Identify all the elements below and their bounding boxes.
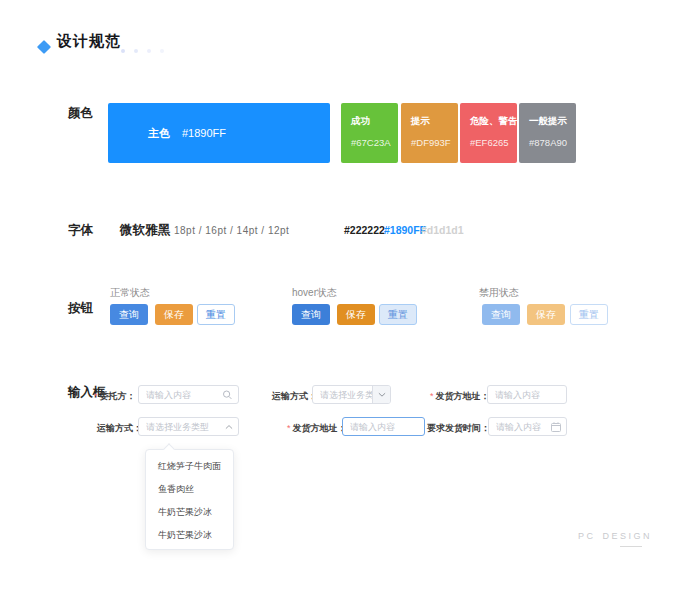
chevron-up-icon[interactable] <box>225 424 233 430</box>
dropdown-option[interactable]: 鱼香肉丝 <box>146 478 233 501</box>
dropdown-option[interactable]: 牛奶芒果沙冰 <box>146 524 233 547</box>
swatch-hex: #878A90 <box>529 137 576 148</box>
font-color-dark: #222222 <box>344 224 385 236</box>
swatch-name: 危险、警告 <box>470 115 517 128</box>
swatch-name: 一般提示 <box>529 115 576 128</box>
shipper-address-focused-field-label: 发货方地址： <box>287 422 347 435</box>
button-section-label: 按钮 <box>68 300 93 317</box>
ship-time-field-label: 要求发货时间： <box>427 422 490 435</box>
query-button-normal[interactable]: 查询 <box>110 304 148 325</box>
query-button-disabled[interactable]: 查询 <box>482 304 520 325</box>
button-state-disabled-label: 禁用状态 <box>479 286 519 300</box>
font-color-light: #d1d1d1 <box>421 224 464 236</box>
shipper-address-input-focused-field[interactable] <box>343 418 424 435</box>
transport-mode-select-open[interactable] <box>138 417 239 436</box>
select-dropdown-panel: 红烧笋子牛肉面 鱼香肉丝 牛奶芒果沙冰 牛奶芒果沙冰 <box>145 449 234 550</box>
swatch-name: 提示 <box>411 115 458 128</box>
swatch-name: 成功 <box>351 115 398 128</box>
calendar-icon[interactable] <box>551 422 561 432</box>
shipper-address-field-label: 发货方地址： <box>430 390 490 403</box>
primary-color-name: 主色 <box>148 126 170 141</box>
page-title: 设计规范 <box>57 32 121 51</box>
client-field-label: 委托方： <box>94 390 136 403</box>
color-swatch-success: 成功 #67C23A <box>341 103 398 163</box>
color-swatch-danger: 危险、警告 #EF6265 <box>460 103 517 163</box>
title-dots-decoration <box>121 49 164 53</box>
footer-underline <box>620 546 642 547</box>
button-state-hover-label: hover状态 <box>292 286 337 300</box>
client-input[interactable] <box>138 385 239 404</box>
save-button-disabled[interactable]: 保存 <box>527 304 565 325</box>
dropdown-option[interactable]: 牛奶芒果沙冰 <box>146 501 233 524</box>
reset-button-hover[interactable]: 重置 <box>379 304 417 325</box>
dropdown-option[interactable]: 红烧笋子牛肉面 <box>146 455 233 478</box>
color-swatch-warning: 提示 #DF993F <box>401 103 458 163</box>
transport-mode-field-label: 运输方式： <box>272 390 317 403</box>
font-section-label: 字体 <box>68 222 93 239</box>
footer-design-text: DESIGN <box>603 531 653 541</box>
transport-mode-select[interactable] <box>312 385 391 404</box>
shipper-address-input-field[interactable] <box>488 386 566 403</box>
swatch-hex: #67C23A <box>351 137 398 148</box>
color-swatch-info: 一般提示 #878A90 <box>519 103 576 163</box>
primary-color-hex: #1890FF <box>182 127 226 139</box>
reset-button-normal[interactable]: 重置 <box>197 304 235 325</box>
shipper-address-input-focused[interactable] <box>342 417 425 436</box>
dropdown-caret <box>163 443 174 454</box>
colors-section-label: 颜色 <box>68 105 93 122</box>
transport-mode-open-field-label: 运输方式： <box>97 422 142 435</box>
primary-color-swatch: 主色 #1890FF <box>108 103 330 163</box>
query-button-hover[interactable]: 查询 <box>292 304 330 325</box>
search-icon[interactable] <box>222 389 233 400</box>
design-spec-page: 设计规范 颜色 主色 #1890FF 成功 #67C23A 提示 #DF993F… <box>0 0 679 600</box>
transport-mode-select-open-field[interactable] <box>139 418 238 435</box>
button-state-normal-label: 正常状态 <box>110 286 150 300</box>
font-sizes: 18pt / 16pt / 14pt / 12pt <box>174 225 289 236</box>
save-button-hover[interactable]: 保存 <box>337 304 375 325</box>
save-button-normal[interactable]: 保存 <box>155 304 193 325</box>
swatch-hex: #DF993F <box>411 137 458 148</box>
font-family-name: 微软雅黑 <box>120 222 170 239</box>
footer-brand: PC DESIGN <box>578 531 652 541</box>
shipper-address-input[interactable] <box>487 385 567 404</box>
ship-time-input[interactable] <box>488 417 567 436</box>
diamond-icon <box>37 40 51 54</box>
chevron-down-icon[interactable] <box>372 386 390 403</box>
font-color-primary: #1890FF <box>384 224 426 236</box>
footer-pc-text: PC <box>578 531 596 541</box>
swatch-hex: #EF6265 <box>470 137 517 148</box>
reset-button-disabled[interactable]: 重置 <box>570 304 608 325</box>
